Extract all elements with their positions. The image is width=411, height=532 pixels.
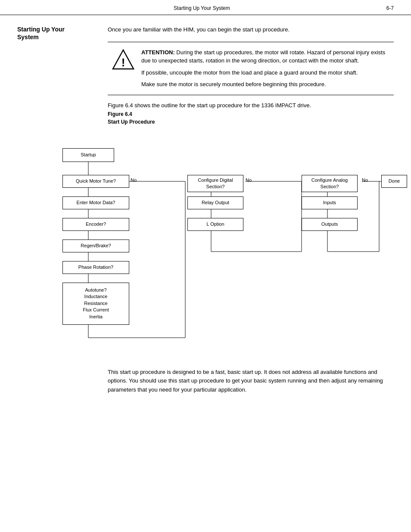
flowchart-container: Startup Quick Motor Tune? Enter Motor Da…	[17, 144, 388, 351]
attention-content: ATTENTION: During the start up procedure…	[141, 48, 389, 89]
box-outputs: Outputs	[302, 218, 358, 231]
figure-caption-line2: Start Up Procedure	[108, 119, 394, 125]
bottom-paragraph: This start up procedure is designed to b…	[108, 368, 394, 395]
page: Starting Up Your System 6-7 Starting Up …	[0, 0, 411, 532]
box-quick-motor: Quick Motor Tune?	[62, 175, 129, 188]
attention-text1: During the start up procedures, the moto…	[141, 49, 385, 64]
box-inputs: Inputs	[302, 196, 358, 209]
attention-box: ! ATTENTION: During the start up procedu…	[108, 42, 394, 95]
label-no2: No	[246, 177, 252, 183]
bottom-text: This start up procedure is designed to b…	[0, 359, 411, 403]
box-regen: Regen/Brake?	[62, 240, 129, 252]
box-config-analog: Configure Analog Section?	[302, 175, 358, 192]
box-done: Done	[381, 175, 407, 188]
label-no1: No	[131, 177, 137, 183]
figure-caption-line1: Figure 6.4	[108, 111, 394, 117]
warning-triangle-icon: !	[112, 48, 134, 71]
attention-para1: ATTENTION: During the start up procedure…	[141, 48, 389, 65]
header-center: Starting Up Your System	[174, 5, 230, 11]
content-area: Starting Up Your System Once you are fam…	[0, 15, 411, 135]
box-config-digital: Configure Digital Section?	[187, 175, 243, 192]
attention-para2: If possible, uncouple the motor from the…	[141, 68, 389, 77]
box-relay-output: Relay Output	[187, 196, 243, 209]
attention-para3: Make sure the motor is securely mounted …	[141, 80, 389, 89]
box-l-option: L Option	[187, 218, 243, 231]
autotune-label: Autotune? Inductance Resistance Flux Cur…	[83, 287, 109, 320]
box-autotune: Autotune? Inductance Resistance Flux Cur…	[62, 283, 129, 325]
page-header: Starting Up Your System 6-7	[0, 0, 411, 15]
header-right: 6-7	[386, 5, 394, 11]
left-column: Starting Up Your System	[0, 15, 95, 135]
svg-text:!: !	[121, 56, 125, 69]
figure-ref-text: Figure 6.4 shows the outline for the sta…	[108, 102, 394, 109]
box-encoder: Encoder?	[62, 218, 129, 231]
flowchart-area: Startup Quick Motor Tune? Enter Motor Da…	[0, 135, 411, 359]
intro-text: Once you are familiar with the HIM, you …	[108, 25, 394, 34]
attention-label: ATTENTION:	[141, 49, 175, 56]
right-column: Once you are familiar with the HIM, you …	[95, 15, 411, 135]
box-startup: Startup	[62, 148, 114, 162]
section-title: Starting Up Your System	[17, 25, 86, 41]
box-enter-motor: Enter Motor Data?	[62, 196, 129, 209]
box-phase: Phase Rotation?	[62, 261, 129, 274]
label-no3: No	[362, 177, 368, 183]
